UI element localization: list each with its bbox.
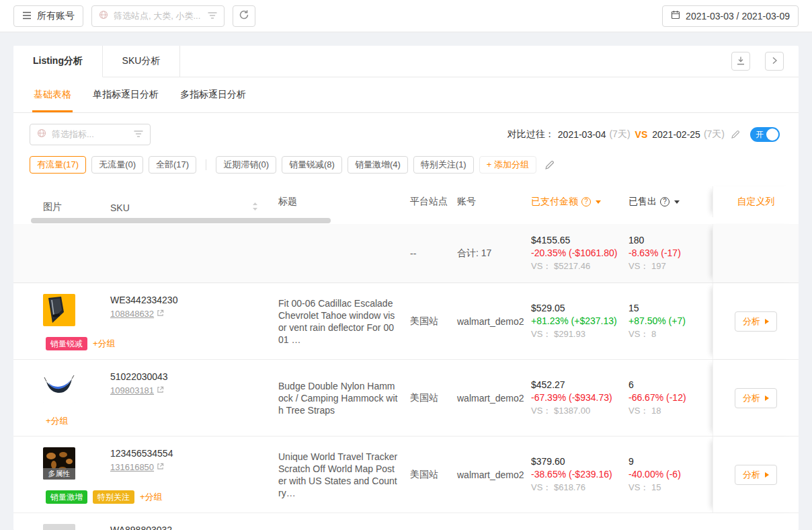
metric-change: -40.00% (-6) (628, 469, 713, 480)
group-chip-3[interactable]: 特别关注(1) (413, 156, 474, 174)
item-link[interactable]: 108848632 (110, 309, 278, 319)
paid-cell: $452.27-67.39% (-$934.73)VS： $1387.00 (531, 360, 628, 436)
group-chip-2[interactable]: 销量激增(4) (348, 156, 408, 174)
column-header-sold[interactable]: 已售出 ? (628, 186, 713, 217)
traffic-chip-1[interactable]: 无流量(0) (91, 156, 143, 174)
sort-icon[interactable] (252, 202, 258, 213)
summary-paid-cell: $4155.65-20.35% (-$1061.80)VS： $5217.46 (531, 224, 628, 282)
globe-icon (99, 10, 108, 22)
badge-strip: 销量锐减+分组 (46, 337, 116, 350)
sold-cell: 6-66.67% (-12)VS： 18 (628, 360, 713, 436)
edit-groups-icon[interactable] (544, 160, 555, 170)
sku-value: WE3442334230 (110, 295, 278, 305)
analyze-button[interactable]: 分析 (735, 465, 777, 485)
sku-cell: WA898803032 (110, 513, 278, 530)
traffic-chip-0[interactable]: 有流量(17) (30, 156, 86, 174)
column-header-custom[interactable]: 自定义列 (713, 186, 799, 217)
add-group-button[interactable]: + 添加分组 (479, 156, 536, 174)
add-group-link[interactable]: +分组 (46, 415, 69, 427)
metric-value: $529.05 (531, 303, 628, 313)
sku-value: 123456534554 (110, 448, 278, 459)
add-group-link[interactable]: +分组 (140, 491, 163, 503)
summary-sold-cell: 180-8.63% (-17)VS： 197 (628, 224, 713, 282)
metric-vs: VS： $1387.00 (531, 405, 628, 417)
summary-account-cell: 合计: 17 (457, 224, 531, 282)
compare-toggle[interactable]: 开 (750, 127, 780, 142)
calendar-icon (671, 10, 680, 22)
globe-icon (37, 128, 46, 141)
item-link[interactable]: 131616850 (110, 462, 278, 472)
product-cell (43, 513, 110, 530)
badge-pink: 销量锐减 (46, 337, 87, 350)
main-card: Listing分析 SKU分析 基础表格单指标逐日分析多指标逐日分析 筛选指标.… (13, 46, 799, 530)
play-icon (765, 472, 769, 478)
edit-compare-icon[interactable] (731, 130, 740, 139)
metric-vs: VS： 197 (628, 260, 713, 272)
metric-filter-placeholder: 筛选指标... (52, 128, 128, 141)
summary-title-cell (278, 224, 410, 282)
sku-cell: 51022030043109803181 (110, 360, 278, 436)
group-chip-1[interactable]: 销量锐减(8) (282, 156, 342, 174)
column-header-sku[interactable]: SKU (110, 186, 278, 217)
product-image[interactable]: 多属性 (43, 447, 75, 480)
date-range-button[interactable]: 2021-03-03 / 2021-03-09 (662, 5, 799, 27)
sold-cell: 9-40.00% (-6)VS： 15 (628, 437, 713, 513)
controls-row: 筛选指标... 对比过往： 2021-03-04 (7天) VS 2021-02… (13, 124, 799, 145)
analyze-label: 分析 (743, 392, 760, 404)
product-image[interactable] (43, 294, 75, 326)
analyze-button[interactable]: 分析 (735, 311, 777, 332)
custom-cell: 分析 (713, 437, 799, 513)
item-link-text: 108848632 (110, 309, 154, 319)
item-link-text: 131616850 (110, 462, 154, 472)
scrollbar-thumb[interactable] (31, 218, 331, 223)
subtab-0[interactable]: 基础表格 (32, 77, 73, 112)
add-group-link[interactable]: +分组 (93, 338, 116, 350)
subtab-1[interactable]: 单指标逐日分析 (91, 77, 160, 112)
all-accounts-button[interactable]: 所有账号 (13, 5, 83, 27)
column-header-account: 账号 (457, 186, 531, 217)
sku-value: 51022030043 (110, 371, 278, 382)
compare-vs-label: VS (635, 129, 648, 140)
filter-funnel-icon (134, 128, 143, 141)
metric-vs: VS： $291.93 (531, 328, 628, 340)
table-row-partial: WA898803032 (13, 513, 799, 530)
question-circle-icon[interactable]: ? (581, 197, 591, 206)
paid-header-label: 已支付金额 (531, 196, 578, 208)
external-link-icon (157, 462, 164, 472)
question-circle-icon[interactable]: ? (660, 197, 669, 206)
external-link-icon (157, 309, 164, 319)
platform-cell: 美国站 (410, 360, 457, 436)
subtab-2[interactable]: 多指标逐日分析 (179, 77, 247, 112)
refresh-button[interactable] (233, 5, 255, 27)
compare-current-span: (7天) (609, 128, 630, 141)
summary-row: --合计: 17$4155.65-20.35% (-$1061.80)VS： $… (13, 224, 799, 283)
traffic-chip-2[interactable]: 全部(17) (149, 156, 196, 174)
account-cell: walmart_demo2 (457, 437, 531, 513)
platform-cell: 美国站 (410, 283, 457, 359)
chevron-right-icon (770, 56, 778, 67)
analyze-button[interactable]: 分析 (735, 388, 777, 408)
topbar: 所有账号 筛选站点, 大类, 小类... 2021-03-03 / 2021-0… (0, 0, 812, 32)
summary-platform-cell: -- (410, 224, 457, 282)
column-header-paid[interactable]: 已支付金额 ? (531, 186, 628, 217)
product-image[interactable] (43, 371, 75, 403)
group-chip-0[interactable]: 近期滞销(0) (216, 156, 276, 174)
badge-strip: 销量激增特别关注+分组 (46, 490, 163, 504)
tab-listing-analysis[interactable]: Listing分析 (13, 46, 103, 77)
product-image[interactable] (43, 524, 75, 530)
table-row: 多属性123456534554131616850Unique World Tra… (13, 437, 799, 513)
tab-sku-analysis[interactable]: SKU分析 (103, 46, 180, 77)
site-filter-input[interactable]: 筛选站点, 大类, 小类... (91, 5, 225, 27)
custom-cell: 分析 (713, 360, 799, 436)
table-row: WE3442334230108848632Fit 00-06 Cadillac … (13, 283, 799, 360)
tabstrip: Listing分析 SKU分析 (13, 46, 799, 77)
collapse-panel-button[interactable] (765, 52, 784, 71)
external-link-icon (157, 385, 164, 395)
download-button[interactable] (731, 52, 750, 71)
sold-header-label: 已售出 (628, 196, 657, 208)
sku-cell: WE3442334230108848632 (110, 283, 278, 359)
item-link[interactable]: 109803181 (110, 385, 278, 395)
sold-cell: 15+87.50% (+7)VS： 8 (628, 283, 713, 359)
column-header-platform: 平台站点 (410, 186, 457, 217)
metric-filter-input[interactable]: 筛选指标... (30, 124, 151, 145)
